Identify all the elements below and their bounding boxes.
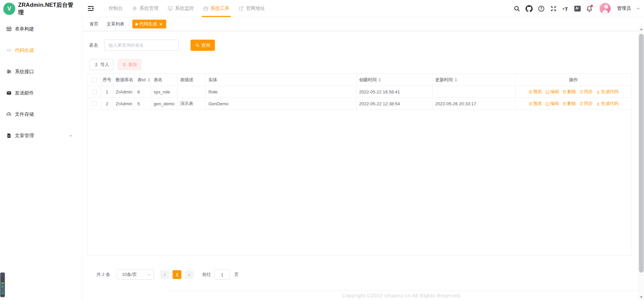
collapse-sidebar-icon[interactable] <box>87 5 94 12</box>
cell-table-name: sys_role <box>151 86 177 98</box>
sidebar-item-form-builder[interactable]: 表单构建 <box>0 18 82 40</box>
action-label: 同步 <box>584 101 593 107</box>
column-header-updated-at[interactable]: 更新时间 <box>432 74 516 86</box>
nav-item-system-monitor[interactable]: 系统监控 <box>168 0 194 17</box>
preview-link[interactable]: 预览 <box>528 101 542 107</box>
prev-page-button[interactable] <box>160 270 169 279</box>
sync-link[interactable]: 同步 <box>579 89 593 95</box>
nav-item-system-management[interactable]: 系统管理 <box>132 0 158 17</box>
cell-seq: 2 <box>101 98 113 110</box>
vertical-scrollbar[interactable] <box>638 26 644 300</box>
cell-created-at: 2022-05-22 16:58:41 <box>356 86 432 98</box>
column-header-entity: 实体 <box>206 74 356 86</box>
sidebar-item-label: 系统接口 <box>15 69 34 75</box>
goto-page-input[interactable] <box>214 270 230 280</box>
nav-item-label: 系统工具 <box>210 5 229 12</box>
column-header-created-at[interactable]: 创建时间 <box>356 74 432 86</box>
nav-item-label: 控制台 <box>109 5 123 12</box>
generate-code-link[interactable]: 生成代码 <box>596 89 619 95</box>
help-icon[interactable]: ? <box>538 5 545 12</box>
scrollbar-down-arrow[interactable] <box>640 296 643 298</box>
sort-caret-icon[interactable] <box>148 78 150 82</box>
nav-item-console[interactable]: 控制台 <box>109 0 123 17</box>
column-label: 创建时间 <box>359 77 377 83</box>
sync-link[interactable]: 同步 <box>579 101 593 107</box>
fullscreen-icon[interactable] <box>550 5 557 12</box>
cloud-upload-icon <box>6 111 12 117</box>
edit-icon <box>545 102 550 106</box>
next-page-button[interactable] <box>185 270 194 279</box>
sliders-icon <box>6 69 12 74</box>
table-name-label: 表名 <box>89 42 98 48</box>
delete-link[interactable]: 删除 <box>562 89 576 95</box>
nav-item-label: 系统监控 <box>175 5 194 12</box>
generate-code-link[interactable]: 生成代码 <box>596 101 619 107</box>
scrollbar-up-arrow[interactable] <box>640 28 643 30</box>
sync-icon <box>579 102 583 106</box>
browser-extension-widget[interactable] <box>0 273 5 297</box>
sidebar-item-article-management[interactable]: 文章管理 <box>0 125 82 146</box>
form-grid-icon <box>6 26 12 32</box>
import-button-label: 导入 <box>101 62 109 68</box>
edit-icon <box>545 90 550 94</box>
eye-icon <box>528 90 533 94</box>
select-all-checkbox[interactable] <box>92 78 97 82</box>
cell-description: 演示表 <box>177 98 206 110</box>
nav-item-system-tools[interactable]: 系统工具 <box>203 0 229 17</box>
cell-entity: Role <box>206 86 356 98</box>
eye-icon <box>528 102 533 106</box>
edit-link[interactable]: 编辑 <box>545 101 559 107</box>
sidebar-item-label: 文章管理 <box>15 133 34 139</box>
delete-link[interactable]: 删除 <box>562 101 576 107</box>
gear-icon <box>132 6 137 11</box>
scrollbar-thumb[interactable] <box>639 34 644 273</box>
page-content: 表名 查询 导入 删除 序号 数据库名 <box>83 31 638 291</box>
mail-icon <box>6 90 12 96</box>
row-checkbox[interactable] <box>92 101 97 106</box>
nav-item-official-site[interactable]: 官网地址 <box>239 0 265 17</box>
cell-db-name: ZrAdmin <box>113 98 135 110</box>
sidebar: V ZRAdmin.NET后台管理 表单构建 代码生成 系统接口 发送邮件 <box>0 0 82 300</box>
sidebar-item-send-mail[interactable]: 发送邮件 <box>0 82 82 104</box>
sidebar-item-system-api[interactable]: 系统接口 <box>0 61 82 82</box>
github-icon[interactable] <box>526 5 533 12</box>
page-number-button[interactable]: 1 <box>173 270 181 279</box>
monitor-icon <box>168 6 173 11</box>
user-avatar[interactable] <box>599 3 611 14</box>
widget-yellow-stripe <box>1 283 4 283</box>
logo-row[interactable]: V ZRAdmin.NET后台管理 <box>0 0 82 18</box>
import-button[interactable]: 导入 <box>90 59 113 70</box>
user-name[interactable]: 管理员 <box>617 5 631 12</box>
chevron-down-icon <box>147 273 151 277</box>
translate-icon[interactable]: Ax <box>574 6 581 12</box>
page-size-select[interactable]: 10条/页 <box>117 270 154 280</box>
row-checkbox[interactable] <box>92 89 97 94</box>
table-name-input[interactable] <box>104 40 179 51</box>
cell-db-name: ZrAdmin <box>113 86 135 98</box>
delete-button[interactable]: 删除 <box>118 59 141 70</box>
tab-home[interactable]: 首页 <box>90 21 98 27</box>
sidebar-item-file-storage[interactable]: 文件存储 <box>0 104 82 125</box>
sidebar-item-code-generation[interactable]: 代码生成 <box>0 40 82 61</box>
svg-text:T: T <box>562 7 564 10</box>
chevron-down-icon[interactable] <box>636 6 641 11</box>
sidebar-item-label: 代码生成 <box>15 47 34 53</box>
edit-link[interactable]: 编辑 <box>545 89 559 95</box>
column-header-table-id[interactable]: 表id <box>135 74 151 86</box>
sort-caret-icon[interactable] <box>378 78 381 82</box>
nav-item-label: 官网地址 <box>246 5 265 12</box>
preview-link[interactable]: 预览 <box>528 89 542 95</box>
cell-table-name: gen_demo <box>151 98 177 110</box>
sort-caret-icon[interactable] <box>454 78 457 82</box>
close-icon[interactable] <box>159 22 163 26</box>
column-header-table-name: 表名 <box>151 74 177 86</box>
main-area: 控制台 系统管理 系统监控 系统工具 <box>83 0 644 300</box>
cell-actions: 预览 编辑 删除 同步 <box>516 98 631 110</box>
trash-icon <box>562 102 567 106</box>
font-size-icon[interactable]: TT <box>562 5 569 12</box>
search-button[interactable]: 查询 <box>191 40 215 51</box>
tab-article-list[interactable]: 文章列表 <box>107 21 124 27</box>
tab-code-generation[interactable]: 代码生成 <box>132 20 166 28</box>
notifications-bell-icon[interactable] <box>586 5 593 12</box>
search-icon[interactable] <box>513 5 520 12</box>
